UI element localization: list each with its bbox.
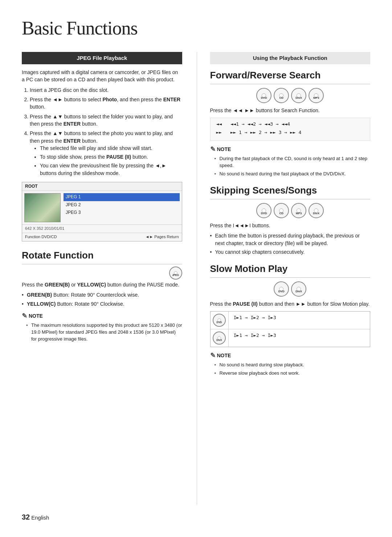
page: Basic Functions JPEG File Playback Image… (0, 0, 392, 537)
jpeg-steps: Insert a JPEG disc on the disc slot. Pre… (22, 86, 182, 177)
step-2: Press the ◄► buttons to select Photo, an… (30, 96, 182, 111)
slow-disc-dvd-label: DVD (278, 289, 285, 294)
slow-divx-text: I►1 → I►2 → I►3 (229, 329, 281, 347)
jpeg-icon-area: JPEG (22, 267, 182, 280)
list-item-jpeg2: JPEG 2 (64, 201, 180, 209)
slow-motion-title: Slow Motion Play (210, 262, 371, 278)
step-1: Insert a JPEG disc on the disc slot. (30, 86, 182, 94)
skip-disc-mp3: MP3 (291, 203, 306, 218)
rotate-section: Rotate Function JPEG Press the GREEN(B) … (22, 249, 182, 342)
step-4: Press the ▲▼ buttons to select the photo… (30, 130, 182, 177)
jpeg-section: JPEG File Playback Images captured with … (22, 52, 182, 241)
jpeg-disc-icon: JPEG (169, 267, 182, 280)
list-item-empty3 (64, 220, 180, 221)
slow-divx-label: DivX (216, 338, 222, 342)
disc-mp3-label: MP3 (313, 96, 319, 100)
list-item-jpeg1: JPEG 1 (64, 193, 180, 201)
skip-disc-mp3-label: MP3 (296, 211, 302, 216)
disc-cd-label: CD (279, 96, 283, 100)
disc-mp3: MP3 (309, 88, 324, 103)
skipping-title: Skipping Scenes/Songs (210, 184, 371, 199)
slow-motion-intro: Press the PAUSE (II) button and then ►► … (210, 300, 371, 308)
skip-disc-dvd: DVD (256, 203, 271, 218)
screen-titlebar: ROOT (22, 182, 182, 191)
search-row-1: ◄◄ ◄◄1 → ◄◄2 → ◄◄3 → ◄◄4 (216, 121, 364, 128)
screen-body: JPEG 1 JPEG 2 JPEG 3 (22, 191, 182, 224)
rotate-note: ✎ NOTE The maximum resolutions supported… (22, 311, 182, 343)
right-column: Using the Playback Function Forward/Reve… (197, 52, 371, 505)
note-icon: ✎ (22, 311, 27, 321)
page-number-label: English (31, 514, 49, 521)
search-row-2: ►► ►► 1 → ►► 2 → ►► 3 → ►► 4 (216, 129, 364, 136)
skip-bullet-2: You cannot skip chapters consecutively. (210, 248, 371, 256)
slow-row-divx: DivX I►1 → I►2 → I►3 (211, 329, 370, 347)
slow-disc-divx: DivX (291, 281, 306, 297)
fr-note-1: During the fast playback of the CD, soun… (215, 155, 371, 169)
jpeg-intro: Images captured with a digital camera or… (22, 69, 182, 84)
disc-dvd-label: DVD (261, 96, 267, 100)
bullet-2: To stop slide show, press the PAUSE (II)… (40, 153, 182, 160)
screen-list: JPEG 1 JPEG 2 JPEG 3 (64, 193, 180, 222)
skip-disc-divx-label: DivX (313, 211, 319, 216)
sm-note-1: No sound is heard during slow playback. (215, 362, 371, 369)
forward-reverse-discs: DVD CD DivX MP3 (210, 88, 371, 103)
jpeg-disc-label: JPEG (172, 273, 179, 277)
slow-divx-icon: DivX (213, 331, 226, 345)
bullet-3: You can view the previous/next file by p… (40, 162, 182, 177)
slow-dvd-disc: DVD (211, 312, 229, 329)
rotate-bullets: GREEN(B) Button: Rotate 90° Counterclock… (22, 291, 182, 308)
using-header: Using the Playback Function (210, 52, 371, 64)
slow-motion-table: DVD I►1 → I►2 → I►3 DivX I►1 → I►2 → I►3 (210, 311, 371, 347)
disc-divx: DivX (291, 88, 306, 103)
jpeg-header: JPEG File Playback (22, 52, 182, 64)
slow-motion-note-label: ✎ NOTE (210, 351, 371, 360)
slow-motion-note-list: No sound is heard during slow playback. … (210, 362, 371, 377)
search-diagram: ◄◄ ◄◄1 → ◄◄2 → ◄◄3 → ◄◄4 ►► ►► 1 → ►► 2 … (210, 118, 371, 141)
disc-dvd: DVD (256, 88, 271, 103)
footer-right: ◄► Pages Return (145, 234, 179, 240)
slow-dvd-label: DVD (217, 321, 222, 324)
rotate-note-item-1: The maximum resolutions supported by thi… (26, 322, 182, 343)
screen-thumbnail (24, 193, 61, 222)
screen-footer: Function DVD/CD ◄► Pages Return (22, 233, 182, 241)
two-column-layout: JPEG File Playback Images captured with … (22, 52, 370, 505)
skipping-section: Skipping Scenes/Songs DVD CD MP3 DivX Pr… (210, 184, 371, 256)
fr-note-2: No sound is heard during the fast playba… (215, 171, 371, 178)
rotate-bullet-1: GREEN(B) Button: Rotate 90° Counterclock… (22, 291, 182, 298)
forward-reverse-section: Forward/Reverse Search DVD CD DivX MP3 P… (210, 69, 371, 177)
skipping-discs: DVD CD MP3 DivX (210, 203, 371, 218)
step-3: Press the ▲▼ buttons to select the folde… (30, 113, 182, 128)
forward-reverse-intro: Press the ◄◄ ►► buttons for Search Funct… (210, 107, 371, 114)
disc-cd: CD (274, 88, 289, 103)
skip-disc-dvd-label: DVD (261, 211, 267, 216)
skip-disc-cd-label: CD (279, 211, 283, 216)
disc-divx-label: DivX (295, 96, 302, 100)
left-column: JPEG File Playback Images captured with … (22, 52, 182, 505)
step4-bullets: The selected file will play and slide sh… (30, 145, 182, 177)
forward-reverse-title: Forward/Reverse Search (210, 69, 371, 84)
slow-dvd-icon: DVD (213, 314, 226, 327)
note-icon-3: ✎ (210, 351, 216, 360)
sm-note-2: Reverse slow playback does not work. (215, 370, 371, 377)
note-icon-2: ✎ (210, 145, 216, 154)
skip-bullet-1: Each time the button is pressed during p… (210, 232, 371, 247)
slow-divx-disc: DivX (211, 329, 229, 347)
slow-motion-note: ✎ NOTE No sound is heard during slow pla… (210, 351, 371, 377)
jpeg-screen: ROOT JPEG 1 JPEG 2 JPEG 3 642 X 352 2 (22, 182, 182, 241)
rotate-title: Rotate Function (22, 249, 182, 264)
rotate-note-label: ✎ NOTE (22, 311, 182, 321)
page-title: Basic Functions (22, 15, 370, 42)
page-number: 32English (22, 505, 370, 522)
skipping-intro: Press the I◄◄►I buttons. (210, 222, 371, 229)
rotate-bullet-2: YELLOW(C) Button: Rotate 90° Clockwise. (22, 300, 182, 308)
rotate-note-list: The maximum resolutions supported by thi… (22, 322, 182, 343)
slow-row-dvd: DVD I►1 → I►2 → I►3 (211, 312, 370, 329)
slow-dvd-text: I►1 → I►2 → I►3 (229, 312, 281, 329)
slow-motion-discs: DVD DivX (210, 281, 371, 297)
screen-info: 642 X 352 2010/01/01 (22, 224, 182, 233)
slow-motion-section: Slow Motion Play DVD DivX Press the PAUS… (210, 262, 371, 377)
forward-reverse-note-label: ✎ NOTE (210, 145, 371, 154)
footer-left: Function DVD/CD (25, 234, 57, 240)
skipping-bullets: Each time the button is pressed during p… (210, 232, 371, 256)
skip-disc-cd: CD (274, 203, 289, 218)
